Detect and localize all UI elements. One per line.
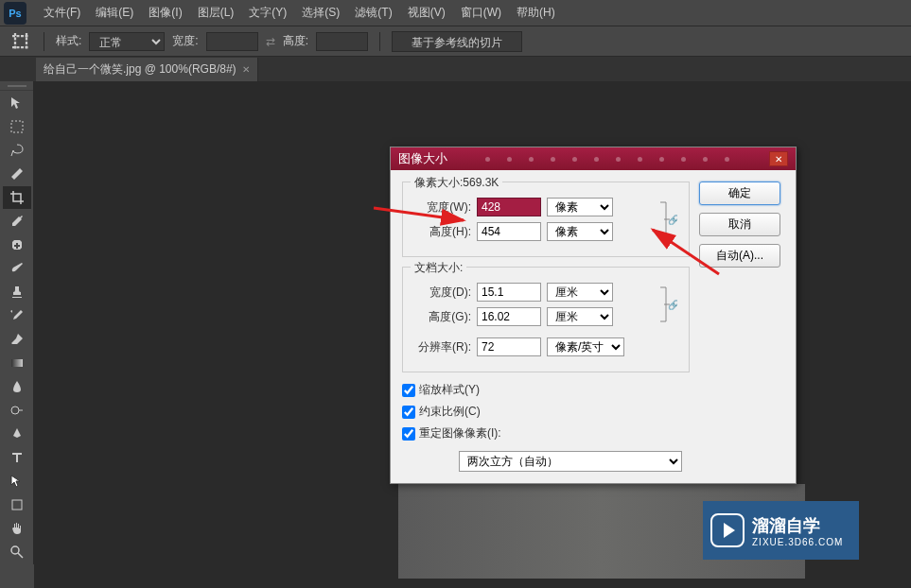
- constrain-row: 约束比例(C): [402, 404, 690, 420]
- tab-close-icon[interactable]: ✕: [242, 64, 250, 75]
- constrain-checkbox[interactable]: [402, 406, 415, 419]
- brush-tool[interactable]: [3, 257, 31, 280]
- watermark-title: 溜溜自学: [752, 514, 843, 537]
- doc-height-label: 高度(G):: [412, 309, 471, 325]
- marquee-tool[interactable]: [3, 115, 31, 138]
- pixel-size-fieldset: 像素大小:569.3K 宽度(W): 像素 高度(H): 像素: [402, 182, 690, 257]
- width-label: 宽度:: [172, 33, 198, 49]
- height-input[interactable]: [316, 32, 368, 51]
- doc-width-input[interactable]: [477, 283, 541, 302]
- shape-tool[interactable]: [3, 493, 31, 516]
- pixel-width-input[interactable]: [477, 198, 541, 216]
- document-tab[interactable]: 给自己一个微笑.jpg @ 100%(RGB/8#) ✕: [36, 58, 258, 81]
- resolution-row: 分辨率(R): 像素/英寸: [412, 337, 679, 356]
- style-dropdown[interactable]: 正常: [89, 32, 165, 51]
- pixel-size-legend: 像素大小:569.3K: [411, 175, 502, 191]
- svg-rect-3: [12, 500, 22, 510]
- pixel-height-unit[interactable]: 像素: [547, 222, 613, 241]
- dialog-title-text: 图像大小: [398, 150, 447, 167]
- width-input[interactable]: [206, 32, 258, 51]
- doc-height-unit[interactable]: 厘米: [547, 307, 613, 326]
- options-bar: 样式: 正常 宽度: ⇄ 高度: 基于参考线的切片: [0, 26, 911, 57]
- link-icon: 🔗: [658, 284, 677, 325]
- eraser-tool[interactable]: [3, 328, 31, 351]
- dialog-buttons: 确定 取消 自动(A)...: [699, 182, 784, 472]
- toolbox-handle[interactable]: [0, 81, 33, 91]
- height-label: 高度:: [283, 33, 308, 49]
- resolution-unit[interactable]: 像素/英寸: [547, 337, 624, 356]
- scale-styles-label: 缩放样式(Y): [419, 382, 480, 398]
- resample-row: 重定图像像素(I):: [402, 425, 690, 441]
- menu-type[interactable]: 文字(Y): [241, 1, 294, 25]
- cancel-button[interactable]: 取消: [699, 213, 780, 236]
- menu-edit[interactable]: 编辑(E): [88, 1, 141, 25]
- auto-button[interactable]: 自动(A)...: [699, 244, 780, 268]
- menu-help[interactable]: 帮助(H): [509, 1, 563, 25]
- watermark-text: 溜溜自学 ZIXUE.3D66.COM: [752, 514, 843, 547]
- gradient-tool[interactable]: [3, 352, 31, 374]
- menu-bar: Ps 文件(F) 编辑(E) 图像(I) 图层(L) 文字(Y) 选择(S) 滤…: [0, 0, 911, 26]
- watermark: 溜溜自学 ZIXUE.3D66.COM: [703, 501, 859, 560]
- slice-button[interactable]: 基于参考线的切片: [392, 31, 522, 52]
- svg-rect-1: [11, 359, 23, 367]
- menu-image[interactable]: 图像(I): [141, 1, 189, 25]
- ps-logo: Ps: [4, 2, 26, 25]
- pixel-width-unit[interactable]: 像素: [547, 198, 613, 216]
- menu-filter[interactable]: 滤镜(T): [347, 1, 399, 25]
- eyedropper-tool[interactable]: [3, 210, 31, 233]
- heal-tool[interactable]: [3, 233, 31, 256]
- divider: [379, 32, 380, 51]
- wand-tool[interactable]: [3, 163, 31, 185]
- lasso-tool[interactable]: [3, 139, 31, 162]
- history-brush-tool[interactable]: [3, 304, 31, 327]
- constrain-label: 约束比例(C): [419, 404, 481, 420]
- divider: [44, 32, 44, 51]
- menu-view[interactable]: 视图(V): [400, 1, 453, 25]
- title-decoration: [485, 157, 729, 162]
- path-tool[interactable]: [3, 470, 31, 493]
- tab-title: 给自己一个微笑.jpg @ 100%(RGB/8#): [44, 61, 237, 78]
- resample-method-select[interactable]: 两次立方（自动）: [459, 451, 682, 472]
- doc-size-legend: 文档大小:: [411, 260, 466, 276]
- menu-window[interactable]: 窗口(W): [453, 1, 509, 25]
- watermark-play-icon: [710, 513, 745, 547]
- resample-label: 重定图像像素(I):: [419, 425, 501, 441]
- swap-icon[interactable]: ⇄: [266, 35, 275, 48]
- image-size-dialog: 图像大小 ✕ 像素大小:569.3K 宽度(W): 像素: [390, 147, 797, 484]
- ok-button[interactable]: 确定: [699, 182, 780, 205]
- resolution-label: 分辨率(R):: [412, 339, 471, 355]
- tab-bar: 给自己一个微笑.jpg @ 100%(RGB/8#) ✕: [0, 57, 911, 81]
- crop-tool[interactable]: [3, 186, 31, 209]
- resolution-input[interactable]: [477, 337, 541, 356]
- scale-styles-checkbox[interactable]: [402, 384, 415, 397]
- svg-point-2: [11, 406, 19, 414]
- resample-checkbox[interactable]: [402, 427, 415, 441]
- pixel-height-input[interactable]: [477, 222, 541, 241]
- blur-tool[interactable]: [3, 375, 31, 398]
- stamp-tool[interactable]: [3, 281, 31, 303]
- doc-width-label: 宽度(D):: [412, 285, 471, 301]
- crop-tool-icon[interactable]: [9, 30, 32, 53]
- link-icon: 🔗: [658, 199, 677, 240]
- watermark-subtitle: ZIXUE.3D66.COM: [752, 537, 843, 547]
- doc-height-input[interactable]: [477, 307, 541, 326]
- svg-rect-0: [11, 121, 23, 132]
- zoom-tool[interactable]: [3, 541, 31, 563]
- menu-file[interactable]: 文件(F): [36, 1, 88, 25]
- dodge-tool[interactable]: [3, 399, 31, 422]
- menu-select[interactable]: 选择(S): [294, 1, 347, 25]
- menu-layer[interactable]: 图层(L): [190, 1, 242, 25]
- doc-size-fieldset: 文档大小: 宽度(D): 厘米 高度(G): 厘米: [402, 267, 690, 372]
- dialog-left: 像素大小:569.3K 宽度(W): 像素 高度(H): 像素: [402, 182, 690, 472]
- doc-height-row: 高度(G): 厘米: [412, 307, 657, 326]
- style-label: 样式:: [56, 33, 81, 49]
- doc-width-unit[interactable]: 厘米: [547, 283, 613, 302]
- type-tool[interactable]: [3, 446, 31, 469]
- close-icon[interactable]: ✕: [769, 151, 788, 166]
- move-tool[interactable]: [3, 92, 31, 114]
- dialog-titlebar[interactable]: 图像大小 ✕: [391, 147, 796, 170]
- doc-width-row: 宽度(D): 厘米: [412, 283, 657, 302]
- hand-tool[interactable]: [3, 517, 31, 540]
- pen-tool[interactable]: [3, 423, 31, 445]
- svg-text:🔗: 🔗: [668, 214, 677, 226]
